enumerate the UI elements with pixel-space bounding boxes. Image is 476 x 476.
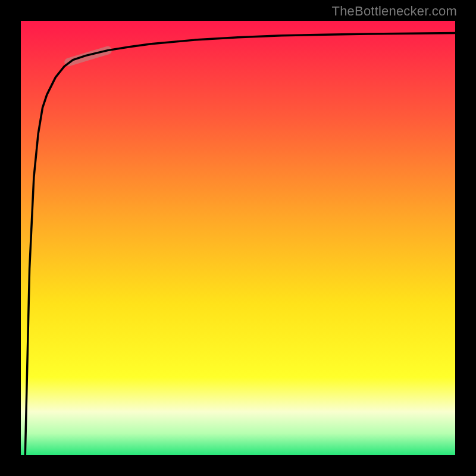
main-curve	[25, 33, 455, 455]
chart-stage: TheBottlenecker.com	[0, 0, 476, 476]
watermark-label: TheBottlenecker.com	[332, 4, 457, 19]
plot-area	[21, 21, 455, 455]
curve-layer	[21, 21, 455, 455]
